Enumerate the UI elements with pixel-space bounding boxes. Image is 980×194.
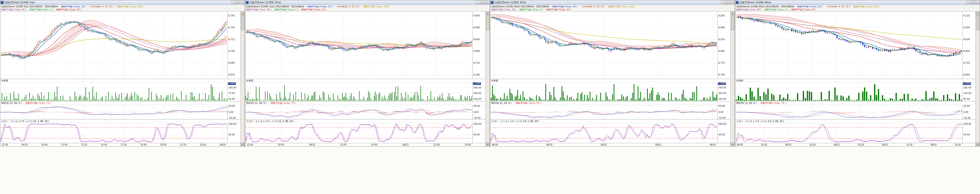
legend-item: 移動平均線( Close, 40 ): [736, 8, 761, 11]
scroll-thumb[interactable]: [241, 16, 245, 30]
close-button[interactable]: ×: [485, 1, 489, 4]
stochastics-chart-canvas[interactable]: [245, 123, 472, 143]
x-axis-label: 08/23: [882, 143, 888, 146]
scroll-up-arrow[interactable]: ▲: [731, 12, 735, 16]
price-chart-canvas[interactable]: [490, 12, 717, 79]
vertical-scrollbar[interactable]: ▲ ▼: [730, 12, 735, 146]
minimize-button[interactable]: −: [966, 1, 970, 4]
volume-chart-canvas[interactable]: [735, 82, 962, 101]
mdi-workspace: 日経225mini 11/09( 5分) − □ × 日経225mini 11/…: [0, 0, 980, 194]
stochastics-chart-canvas[interactable]: [490, 123, 717, 143]
macd-axis: 35.000.00-35.00: [962, 105, 975, 119]
legend-item: 移動平均線( Close, 25 ): [301, 8, 326, 11]
scroll-thumb[interactable]: [976, 16, 980, 30]
minimize-button[interactable]: −: [476, 1, 480, 4]
macd-chart-canvas[interactable]: [735, 105, 962, 119]
minimize-button[interactable]: −: [231, 1, 235, 4]
indicator-legend: 日経225mini 11/09( 15分) 2011/08/16 - 2011/…: [245, 5, 490, 12]
vertical-scrollbar[interactable]: ▲ ▼: [485, 12, 490, 146]
volume-chart-canvas[interactable]: [245, 82, 472, 101]
scroll-up-arrow[interactable]: ▲: [486, 12, 490, 16]
scroll-down-arrow[interactable]: ▼: [976, 143, 980, 146]
legend-item: 一目均衡表( 9, 26, 52 ): [581, 5, 605, 8]
volume-chart-canvas[interactable]: [490, 82, 717, 101]
x-axis-label: 20:00: [278, 143, 284, 146]
scroll-down-arrow[interactable]: ▼: [241, 143, 245, 146]
volume-label-text: 出来高: [491, 80, 498, 82]
y-axis-label: 40.00: [718, 134, 725, 136]
macd-axis: 50.000.00-50.00: [717, 105, 730, 119]
y-axis-label: -35.00: [963, 117, 970, 119]
window-titlebar[interactable]: 日経225mini 11/09( 60分) − □ ×: [735, 0, 980, 5]
x-axis-label: 14:40: [101, 143, 107, 146]
vertical-scrollbar[interactable]: ▲ ▼: [240, 12, 245, 146]
macd-label-text: MACD( 12, 26, 9 ): [491, 102, 511, 104]
stochastics-chart-canvas[interactable]: [735, 123, 962, 143]
price-chart-canvas[interactable]: [245, 12, 472, 79]
macd-section-header: MACD( 12, 26, 9 ) 移動平均線( Close, 75 ): [735, 102, 975, 105]
volume-chart-canvas[interactable]: [0, 82, 227, 101]
stochastics-axis: 100.0040.00: [227, 123, 240, 143]
maximize-button[interactable]: □: [725, 1, 730, 4]
scroll-thumb[interactable]: [486, 16, 490, 30]
y-axis-label: 0.00: [718, 111, 723, 113]
price-chart-canvas[interactable]: [735, 12, 962, 79]
y-axis-label: 185.00: [963, 86, 971, 89]
y-axis-label: 100.00: [473, 123, 481, 125]
maximize-button[interactable]: □: [235, 1, 240, 4]
legend-item: 移動平均線( Close, 5 ): [764, 8, 788, 11]
chart-body: 8,7458,7308,7158,7008,6858,670 出来高 ×1000…: [0, 12, 245, 146]
vertical-scrollbar[interactable]: ▲ ▼: [975, 12, 980, 146]
maximize-button[interactable]: □: [480, 1, 485, 4]
scroll-thumb[interactable]: [731, 16, 735, 30]
macd-section-header: MACD( 12, 26, 9 ) 移動平均線( Close, 75 ): [0, 102, 240, 105]
y-axis-label: 9,050: [718, 14, 725, 17]
window-titlebar[interactable]: 日経225mini 11/09( 5分) − □ ×: [0, 0, 245, 5]
window-controls: − □ ×: [231, 1, 244, 4]
legend-item: 一目均衡表( 9, 26, 52 ): [89, 5, 114, 8]
window-titlebar[interactable]: 日経225mini 11/09( 15分) − □ ×: [245, 0, 490, 5]
price-chart-canvas[interactable]: [0, 12, 227, 79]
legend-row-1: 日経225mini 11/09( 15分) 2011/08/16 - 2011/…: [246, 5, 489, 8]
x-axis-label: 08/18: [492, 143, 498, 146]
scroll-down-arrow[interactable]: ▼: [486, 143, 490, 146]
y-axis-label: 8,730: [228, 26, 235, 29]
macd-chart-canvas[interactable]: [0, 105, 227, 119]
x-axis-label: 08/22: [834, 143, 840, 146]
macd-section-header: MACD( 12, 26, 9 ) 移動平均線( Close, 75 ): [490, 102, 730, 105]
legend-item: 移動平均線( Close, 10 ): [307, 5, 332, 8]
y-axis-label: 8,700: [473, 73, 480, 76]
y-axis-label: 70.00: [228, 92, 235, 94]
close-button[interactable]: ×: [730, 1, 734, 4]
legend-item: 移動平均線( Close, 150 ): [853, 5, 880, 8]
macd-chart-canvas[interactable]: [490, 105, 717, 119]
volume-label-text: 出来高: [1, 80, 8, 82]
x-axis-label: 18:40: [140, 143, 146, 146]
x-axis: 12:0020:0008/2212:0020:0008/2312:0020:00: [245, 143, 485, 146]
stochastics-chart-canvas[interactable]: [0, 123, 227, 143]
scroll-up-arrow[interactable]: ▲: [976, 12, 980, 16]
x-axis-label: 08/24: [710, 143, 716, 146]
x-axis-label: 16:30: [906, 143, 913, 146]
minimize-button[interactable]: −: [721, 1, 725, 4]
legend-item: 移動平均線( Close, 25 ): [56, 8, 81, 11]
macd-chart-canvas[interactable]: [245, 105, 472, 119]
scroll-down-arrow[interactable]: ▼: [731, 143, 735, 146]
close-button[interactable]: ×: [975, 1, 979, 4]
legend-row-2: 移動平均線( Close, 40 )移動平均線( Close, 5 )移動平均線…: [736, 8, 979, 11]
y-axis-label: -20.00: [228, 117, 235, 119]
y-axis-label: 8,700: [718, 73, 725, 76]
legend-row-1: 日経225mini 11/09( 30分) 2011/08/16 - 2011/…: [491, 5, 734, 8]
x-axis-label: 08/22: [601, 143, 607, 146]
y-axis-label: 8,800: [473, 50, 480, 52]
chart-app-icon: [491, 1, 493, 4]
stochastics-section-header: スロー・ストキャスティクス( 14, 3, 80, 20 ): [490, 120, 730, 123]
price-axis: 8,7458,7308,7158,7008,6858,670: [227, 12, 240, 79]
maximize-button[interactable]: □: [970, 1, 975, 4]
chart-window: 日経225mini 11/09( 15分) − □ × 日経225mini 11…: [245, 0, 490, 146]
close-button[interactable]: ×: [240, 1, 244, 4]
scroll-up-arrow[interactable]: ▲: [241, 12, 245, 16]
window-titlebar[interactable]: 日経225mini 11/09( 30分) − □ ×: [490, 0, 735, 5]
x-axis-label: 08/19: [546, 143, 552, 146]
y-axis-label: 9,020: [963, 26, 970, 29]
